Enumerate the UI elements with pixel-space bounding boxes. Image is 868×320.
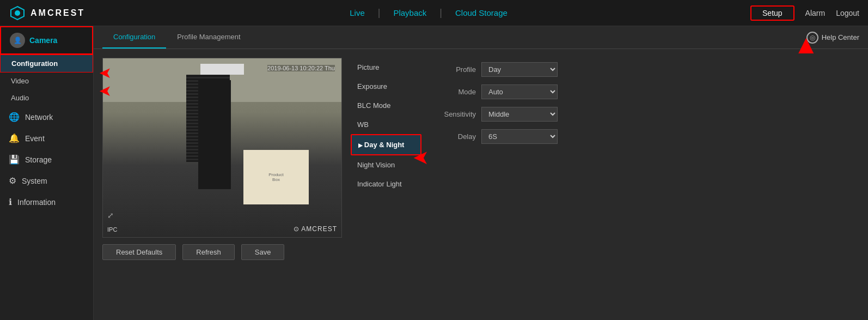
storage-label: Storage (25, 155, 52, 164)
refresh-button[interactable]: Refresh (182, 244, 235, 260)
sub-item-audio[interactable]: Audio (0, 89, 93, 106)
sub-item-configuration[interactable]: Configuration (0, 55, 93, 73)
nav-links: Live | Playback | Cloud Storage (107, 7, 750, 19)
scene-dark-object (198, 80, 231, 189)
information-label: Information (17, 198, 56, 207)
sidebar-item-network[interactable]: 🌐 Network (0, 106, 93, 128)
scene-box: ProductBox (243, 150, 309, 204)
menu-item-day-night[interactable]: Day & Night (351, 134, 421, 155)
menu-item-night-vision[interactable]: Night Vision (351, 155, 421, 174)
menu-item-indicator-light[interactable]: Indicator Light (351, 174, 421, 194)
menu-item-exposure[interactable]: Exposure (351, 77, 421, 96)
camera-label: Camera (29, 36, 57, 45)
mode-row: Mode Auto Color B/W (432, 84, 848, 99)
network-label: Network (25, 113, 53, 122)
profile-row: Profile Day Night General (432, 62, 848, 77)
camera-sub-items: Configuration Video Audio (0, 55, 93, 106)
sensitivity-label: Sensitivity (432, 110, 476, 118)
help-center-label: Help Center (822, 33, 859, 41)
reset-defaults-button[interactable]: Reset Defaults (102, 244, 176, 260)
camera-preview-section: ProductBox 2019-06-13 10:20:22 Thu IPC ⊙… (102, 58, 342, 311)
preview-ipc: IPC (107, 226, 117, 233)
help-center-link[interactable]: ◎ Help Center (806, 26, 859, 49)
camera-icon: 👤 (10, 33, 25, 48)
settings-panel: Picture Exposure BLC Mode WB Day & Night… (351, 58, 859, 311)
delay-label: Delay (432, 132, 476, 141)
inner-content: ProductBox 2019-06-13 10:20:22 Thu IPC ⊙… (94, 49, 868, 320)
scene-background: ProductBox (103, 58, 341, 237)
delay-select[interactable]: 2S 6S 10S 30S (481, 129, 558, 144)
storage-icon: 💾 (9, 154, 20, 165)
sub-item-video[interactable]: Video (0, 73, 93, 89)
nav-cloud-storage[interactable]: Cloud Storage (442, 8, 521, 17)
sensitivity-row: Sensitivity Low Middle High (432, 107, 848, 122)
sidebar-item-information[interactable]: ℹ Information (0, 191, 93, 213)
tabs-bar: Configuration Profile Management ◎ Help … (94, 26, 868, 49)
action-buttons: Reset Defaults Refresh Save (102, 244, 342, 260)
menu-item-wb[interactable]: WB (351, 115, 421, 134)
network-icon: 🌐 (9, 112, 20, 122)
logout-link[interactable]: Logout (836, 9, 859, 17)
alarm-link[interactable]: Alarm (805, 9, 826, 17)
sidebar-item-storage[interactable]: 💾 Storage (0, 149, 93, 170)
sidebar-item-system[interactable]: ⚙ System (0, 170, 93, 191)
menu-item-picture[interactable]: Picture (351, 58, 421, 77)
sidebar: 👤 Camera Configuration Video Audio 🌐 Net… (0, 26, 94, 320)
svg-point-1 (15, 10, 20, 16)
menu-item-blc-mode[interactable]: BLC Mode (351, 96, 421, 115)
config-column: Profile Day Night General Mode Auto (421, 58, 859, 311)
information-icon: ℹ (9, 197, 12, 207)
mode-select[interactable]: Auto Color B/W (481, 84, 558, 99)
nav-playback[interactable]: Playback (380, 8, 439, 17)
scene-light (200, 64, 244, 75)
nav-live[interactable]: Live (337, 8, 378, 17)
logo-area: AMCREST (9, 4, 85, 22)
amcrest-logo-icon (9, 4, 26, 22)
event-label: Event (25, 134, 45, 143)
setup-button[interactable]: Setup (750, 5, 794, 21)
mode-label: Mode (432, 88, 476, 96)
top-navigation: AMCREST Live | Playback | Cloud Storage … (0, 0, 868, 26)
profile-label: Profile (432, 65, 476, 74)
delay-row: Delay 2S 6S 10S 30S (432, 129, 848, 144)
sidebar-item-event[interactable]: 🔔 Event (0, 128, 93, 149)
expand-icon[interactable]: ⤢ (107, 211, 114, 220)
preview-timestamp: 2019-06-13 10:20:22 Thu (267, 65, 335, 71)
system-label: System (22, 177, 47, 185)
tab-profile-management[interactable]: Profile Management (166, 26, 251, 49)
camera-preview-image: ProductBox 2019-06-13 10:20:22 Thu IPC ⊙… (102, 58, 342, 238)
settings-menu: Picture Exposure BLC Mode WB Day & Night… (351, 58, 421, 311)
system-icon: ⚙ (9, 176, 16, 186)
sidebar-item-camera[interactable]: 👤 Camera (0, 26, 93, 55)
nav-right: Setup Alarm Logout (750, 5, 859, 21)
sensitivity-select[interactable]: Low Middle High (481, 107, 558, 122)
help-icon: ◎ (806, 32, 818, 44)
content-area: Configuration Profile Management ◎ Help … (94, 26, 868, 320)
profile-select[interactable]: Day Night General (481, 62, 558, 77)
tab-configuration[interactable]: Configuration (102, 26, 166, 49)
event-icon: 🔔 (9, 133, 20, 143)
main-layout: 👤 Camera Configuration Video Audio 🌐 Net… (0, 26, 868, 320)
preview-logo: ⊙ AMCREST (294, 225, 337, 233)
logo-text: AMCREST (30, 8, 85, 18)
save-button[interactable]: Save (241, 244, 285, 260)
